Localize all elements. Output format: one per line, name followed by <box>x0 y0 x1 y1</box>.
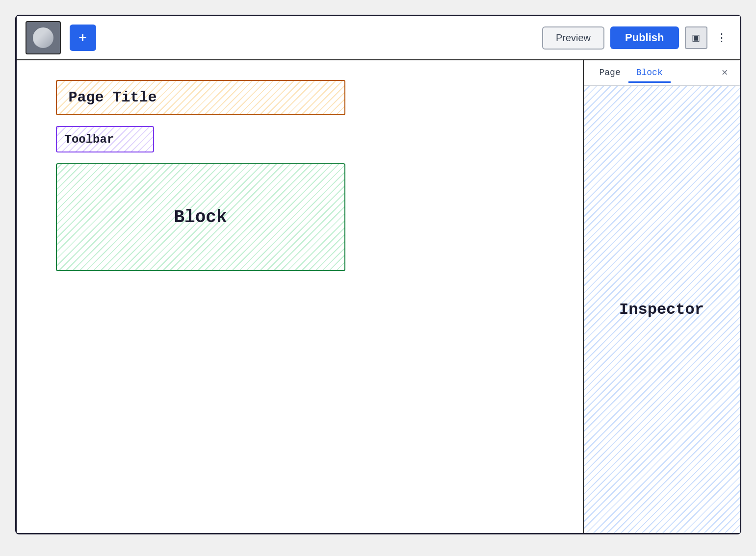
inspector-close-button[interactable]: × <box>718 64 732 81</box>
page-title-hatched-box[interactable]: Page Title <box>56 80 345 115</box>
page-title-text: Page Title <box>69 89 157 106</box>
inspector-label: Inspector <box>619 301 704 319</box>
publish-button[interactable]: Publish <box>610 26 678 49</box>
logo-icon <box>32 26 54 49</box>
tab-block[interactable]: Block <box>628 64 671 83</box>
logo-box <box>26 21 61 54</box>
topbar-actions: Preview Publish ▣ ⋮ <box>542 26 731 50</box>
toolbar-block: Toolbar <box>56 126 544 152</box>
more-options-button[interactable]: ⋮ <box>713 26 731 49</box>
page-title-block: Page Title <box>56 80 544 115</box>
block-text: Block <box>174 207 227 227</box>
settings-icon-button[interactable]: ▣ <box>685 26 707 49</box>
block-hatched-box[interactable]: Block <box>56 163 345 271</box>
add-button[interactable]: + <box>70 25 96 51</box>
settings-icon: ▣ <box>692 32 700 43</box>
plus-icon: + <box>78 31 86 45</box>
inspector-body: Inspector <box>584 86 740 533</box>
preview-button[interactable]: Preview <box>542 26 604 50</box>
tab-page[interactable]: Page <box>592 64 628 83</box>
canvas: Page Title Toolbar Block <box>17 60 583 533</box>
main-area: Page Title Toolbar Block Page Block <box>17 60 740 533</box>
inspector-tabs: Page Block × <box>584 60 740 86</box>
topbar: + Preview Publish ▣ ⋮ <box>17 16 740 60</box>
inspector-panel: Page Block × Inspector <box>583 60 740 533</box>
toolbar-text: Toolbar <box>65 133 114 146</box>
toolbar-hatched-box[interactable]: Toolbar <box>56 126 154 152</box>
block-container: Block <box>56 163 544 271</box>
app-window: + Preview Publish ▣ ⋮ Page Title <box>15 15 741 534</box>
